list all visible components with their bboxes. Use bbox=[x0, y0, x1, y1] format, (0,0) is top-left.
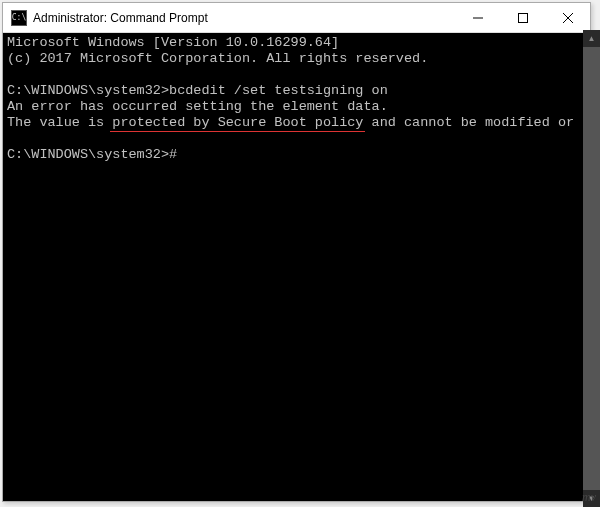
maximize-button[interactable] bbox=[500, 3, 545, 32]
terminal-line: Microsoft Windows [Version 10.0.16299.64… bbox=[7, 35, 586, 51]
scrollbar-thumb[interactable] bbox=[583, 47, 600, 490]
minimize-button[interactable] bbox=[455, 3, 500, 32]
terminal-blank bbox=[7, 67, 586, 83]
scroll-up-button[interactable]: ▲ bbox=[583, 30, 600, 47]
vertical-scrollbar[interactable]: ▲ ▼ bbox=[583, 30, 600, 507]
terminal-line: C:\WINDOWS\system32>bcdedit /set testsig… bbox=[7, 83, 586, 99]
prompt: C:\WINDOWS\system32> bbox=[7, 83, 169, 98]
command-text: bcdedit /set testsigning on bbox=[169, 83, 388, 98]
terminal-line: C:\WINDOWS\system32># bbox=[7, 147, 586, 163]
prompt: C:\WINDOWS\system32> bbox=[7, 147, 169, 162]
close-button[interactable] bbox=[545, 3, 590, 32]
highlighted-text: protected by Secure Boot policy bbox=[112, 115, 363, 131]
cmd-icon: C:\ bbox=[11, 10, 27, 26]
command-text: # bbox=[169, 147, 177, 162]
terminal-line: The value is protected by Secure Boot po… bbox=[7, 115, 586, 131]
window-controls bbox=[455, 3, 590, 32]
titlebar[interactable]: C:\ Administrator: Command Prompt bbox=[3, 3, 590, 33]
watermark-text: mv bbox=[582, 490, 596, 505]
underline-annotation bbox=[110, 131, 365, 133]
scrollbar-track[interactable] bbox=[583, 47, 600, 490]
terminal-line: An error has occurred setting the elemen… bbox=[7, 99, 586, 115]
window-title: Administrator: Command Prompt bbox=[33, 11, 455, 25]
command-prompt-window: C:\ Administrator: Command Prompt Micros… bbox=[2, 2, 591, 502]
terminal-output[interactable]: Microsoft Windows [Version 10.0.16299.64… bbox=[3, 33, 590, 501]
terminal-line: (c) 2017 Microsoft Corporation. All righ… bbox=[7, 51, 586, 67]
terminal-blank bbox=[7, 131, 586, 147]
svg-rect-1 bbox=[518, 13, 527, 22]
